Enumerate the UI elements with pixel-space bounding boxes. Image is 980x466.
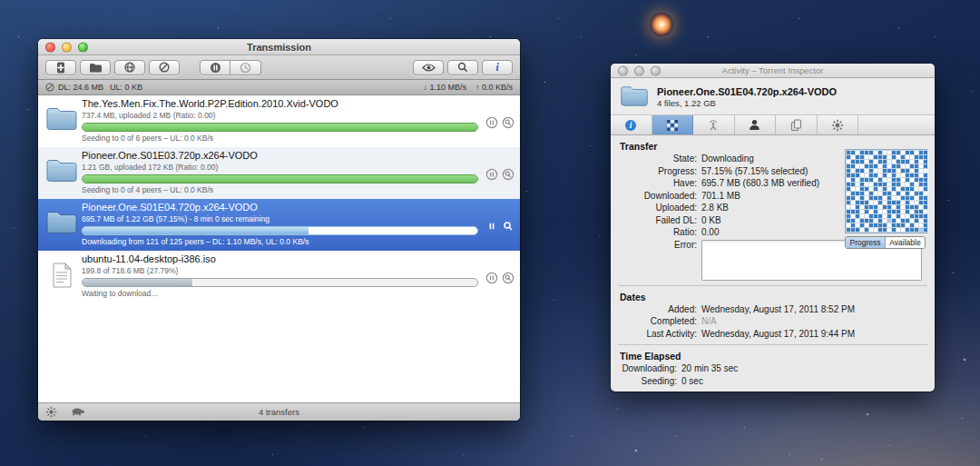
inspector-header: Pioneer.One.S01E04.720p.x264-VODO 4 file… (611, 78, 935, 115)
pause-all-icon (210, 62, 221, 74)
tab-tracker[interactable] (693, 115, 735, 134)
divider (618, 285, 927, 286)
tab-info[interactable]: i (611, 115, 652, 134)
completed-value: N/A (701, 315, 717, 328)
resume-all-icon (240, 62, 251, 74)
failed-dl-label: Failed DL: (611, 214, 701, 227)
pieces-progress-button[interactable]: Progress (846, 237, 885, 248)
progress-bar (82, 174, 478, 183)
torrent-row[interactable]: Pioneer.One.S01E03.720p.x264-VODO 1.21 G… (38, 147, 520, 199)
gear-menu-button[interactable] (45, 406, 57, 418)
filter-button[interactable] (447, 60, 478, 75)
uploaded-label: Uploaded: (611, 202, 701, 214)
transfer-count: 4 transfers (38, 407, 520, 417)
torrent-status: Downloading from 121 of 125 peers – DL: … (82, 236, 478, 247)
open-web-button[interactable] (114, 60, 145, 75)
status-bar: DL: 24.6 MB UL: 0 KB ↓ 1.10 MB/s ↑ 0.0 K… (38, 80, 520, 95)
inspector-tabs: i (611, 115, 935, 135)
quicklook-button[interactable] (413, 60, 444, 75)
added-value: Wednesday, August 17, 2011 8:52 PM (701, 303, 855, 316)
torrent-row[interactable]: ubuntu-11.04-desktop-i386.iso 199.8 of 7… (38, 251, 520, 302)
inspector-window-title: Activity – Torrent Inspector (722, 65, 824, 75)
inspector-button[interactable]: i (482, 60, 513, 75)
inspector-torrent-name: Pioneer.One.S01E04.720p.x264-VODO (657, 85, 837, 98)
reveal-button[interactable] (502, 272, 514, 284)
remove-icon (159, 62, 170, 73)
zoom-button[interactable] (78, 42, 88, 52)
added-label: Added: (611, 303, 701, 316)
divider (618, 344, 927, 345)
up-arrow-icon: ↑ (475, 83, 480, 92)
torrent-row-selected[interactable]: Pioneer.One.S01E04.720p.x264-VODO 695.7 … (38, 199, 520, 251)
speed-limit-turtle-button[interactable] (70, 406, 85, 418)
resume-all-button[interactable] (230, 60, 261, 75)
minimize-button[interactable] (634, 65, 644, 75)
torrent-name: Pioneer.One.S01E04.720p.x264-VODO (82, 202, 478, 213)
open-torrent-button[interactable] (80, 60, 111, 75)
svg-text:i: i (630, 121, 632, 130)
title-bar[interactable]: Transmission (38, 39, 520, 55)
folder-icon (620, 84, 649, 108)
pause-resume-all-group (200, 60, 261, 75)
resume-button[interactable] (485, 272, 498, 284)
completed-label: Completed: (611, 315, 701, 328)
progress-bar (82, 123, 478, 132)
pieces-available-button[interactable]: Available (885, 237, 925, 248)
totals-menu-icon[interactable] (45, 83, 54, 92)
create-torrent-button[interactable] (45, 60, 76, 75)
reveal-button[interactable] (502, 116, 514, 129)
bottom-bar: 4 transfers (38, 402, 520, 421)
inspector-torrent-meta: 4 files, 1.22 GB (657, 98, 837, 108)
folder-icon (45, 150, 82, 199)
state-value: Downloading (701, 153, 754, 165)
tab-files[interactable] (776, 115, 818, 134)
pause-all-button[interactable] (200, 60, 230, 75)
downloaded-value: 701.1 MB (701, 190, 740, 203)
torrent-info: 737.4 MB, uploaded 2 MB (Ratio: 0.00) (82, 110, 478, 121)
torrent-row[interactable]: The.Yes.Men.Fix.The.World.P2P.Edition.20… (38, 95, 520, 147)
progress-value: 57.15% (57.15% selected) (701, 165, 808, 178)
torrent-info: 1.21 GB, uploaded 172 KB (Ratio: 0.00) (82, 162, 478, 173)
pause-button[interactable] (485, 168, 498, 181)
downloading-time-value: 20 min 35 sec (681, 362, 738, 375)
down-speed: 1.10 MB/s (429, 83, 466, 92)
ratio-value: 0.00 (701, 226, 719, 239)
torrent-info: 199.8 of 718.6 MB (27.79%) (82, 265, 478, 276)
reveal-button[interactable] (502, 168, 514, 181)
globe-icon (124, 62, 135, 73)
close-button[interactable] (45, 42, 55, 52)
minimize-button[interactable] (62, 42, 72, 52)
downloaded-label: Downloaded: (611, 190, 701, 203)
create-torrent-icon (55, 62, 66, 74)
eye-icon (422, 64, 436, 72)
file-icon (45, 253, 82, 302)
inspector-title-bar[interactable]: Activity – Torrent Inspector (611, 64, 935, 78)
pieces-view: Progress Available (845, 149, 927, 249)
orange-star (650, 13, 673, 36)
pause-button[interactable] (485, 116, 498, 129)
state-label: State: (611, 153, 701, 165)
ul-total: UL: 0 KB (110, 83, 142, 92)
inspector-window: Activity – Torrent Inspector Pioneer.One… (611, 64, 935, 392)
torrent-status: Seeding to 0 of 6 peers – UL: 0.0 KB/s (82, 133, 478, 144)
pause-button[interactable] (485, 220, 498, 233)
progress-bar (82, 226, 478, 235)
error-label: Error: (611, 240, 701, 281)
downloading-time-label: Downloading: (611, 362, 681, 375)
ratio-label: Ratio: (611, 226, 701, 239)
tab-peers[interactable] (735, 115, 777, 134)
last-activity-label: Last Activity: (611, 328, 701, 341)
toolbar: i (38, 55, 520, 80)
window-title: Transmission (247, 42, 311, 53)
torrent-info: 695.7 MB of 1.22 GB (57.15%) - 8 min 0 s… (82, 213, 478, 224)
progress-bar (82, 278, 478, 287)
close-button[interactable] (618, 65, 628, 75)
starfield-bright (0, 0, 2, 2)
tab-activity[interactable] (652, 115, 694, 134)
torrent-status: Seeding to 0 of 4 peers – UL: 0.0 KB/s (82, 184, 478, 195)
torrent-name: ubuntu-11.04-desktop-i386.iso (82, 253, 478, 265)
tab-options[interactable] (818, 115, 859, 134)
reveal-button[interactable] (502, 220, 514, 233)
remove-torrent-button[interactable] (149, 60, 180, 75)
zoom-button[interactable] (651, 65, 661, 75)
